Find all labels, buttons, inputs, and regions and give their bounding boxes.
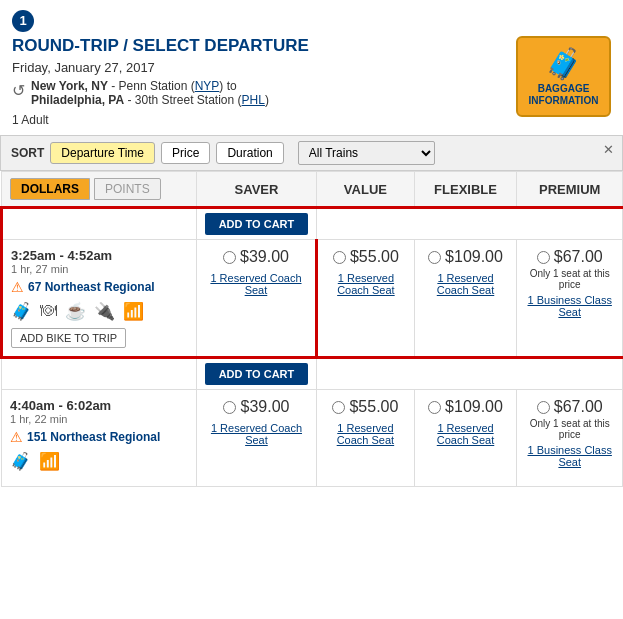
saver-price-1: $39.00 [240,248,289,266]
flexible-seat-link-1[interactable]: 1 Reserved Coach Seat [423,272,509,296]
trains-filter[interactable]: All Trains Acela Northeast Regional [298,141,435,165]
train-2-warning-icon: ⚠ [10,429,23,445]
premium-seat-link-1[interactable]: 1 Business Class Seat [525,294,614,318]
luggage-icon: 🧳 [11,301,32,322]
flexible-radio-1[interactable] [428,251,441,264]
premium-price-1: $67.00 [554,248,603,266]
train-2-time: 4:40am - 6:02am [10,398,188,413]
dest-code-link[interactable]: PHL [242,93,265,107]
food-icon: 🍽 [40,301,57,322]
value-radio-1[interactable] [333,251,346,264]
luggage-icon-2: 🧳 [10,451,31,472]
train-2-name-link[interactable]: 151 Northeast Regional [27,430,160,444]
close-filter-icon[interactable]: ✕ [603,142,614,157]
passenger-count: 1 Adult [12,113,309,127]
col-flexible: FLEXIBLE [414,172,517,208]
refresh-icon[interactable]: ↺ [12,81,25,100]
saver-seat-link-2[interactable]: 1 Reserved Coach Seat [205,422,309,446]
wifi-icon-2: 📶 [39,451,60,472]
flexible-price-2: $109.00 [445,398,503,416]
filter-bar: SORT Departure Time Price Duration All T… [0,135,623,171]
premium-note-2: Only 1 seat at this price [525,418,614,440]
value-seat-link-2[interactable]: 1 Reserved Coach Seat [325,422,405,446]
col-premium: PREMIUM [517,172,623,208]
points-btn[interactable]: POINTS [94,178,161,200]
table-row-train-1: 3:25am - 4:52am 1 hr, 27 min ⚠ 67 Northe… [2,240,623,358]
baggage-button[interactable]: 🧳 BAGGAGE INFORMATION [516,36,611,117]
route-destination: Philadelphia, PA - 30th Street Station (… [31,93,269,107]
saver-radio-1[interactable] [223,251,236,264]
table-row-train-2: 4:40am - 6:02am 1 hr, 22 min ⚠ 151 North… [2,390,623,487]
step-indicator: 1 [12,10,34,32]
train-1-duration: 1 hr, 27 min [11,263,188,275]
table-row-add-cart-1: ADD TO CART [2,208,623,240]
premium-seat-link-2[interactable]: 1 Business Class Seat [525,444,614,468]
add-to-cart-btn-2[interactable]: ADD TO CART [205,363,309,385]
add-to-cart-btn-1[interactable]: ADD TO CART [205,213,309,235]
value-price-2: $55.00 [349,398,398,416]
origin-code-link[interactable]: NYP [195,79,220,93]
duration-tab[interactable]: Duration [216,142,283,164]
add-bike-btn-1[interactable]: ADD BIKE TO TRIP [11,328,126,348]
train-1-time: 3:25am - 4:52am [11,248,188,263]
premium-radio-1[interactable] [537,251,550,264]
outlet-icon: 🔌 [94,301,115,322]
value-radio-2[interactable] [332,401,345,414]
baggage-icon: 🧳 [528,46,599,81]
train-1-amenities: 🧳 🍽 ☕ 🔌 📶 [11,301,188,322]
premium-price-2: $67.00 [554,398,603,416]
price-tab[interactable]: Price [161,142,210,164]
col-saver: SAVER [196,172,317,208]
flexible-price-1: $109.00 [445,248,503,266]
train-2-amenities: 🧳 📶 [10,451,188,472]
table-row-add-cart-2: ADD TO CART [2,358,623,390]
train-2-duration: 1 hr, 22 min [10,413,188,425]
premium-note-1: Only 1 seat at this price [525,268,614,290]
col-value: VALUE [317,172,414,208]
route-origin: New York, NY - Penn Station (NYP) to [31,79,269,93]
saver-price-2: $39.00 [240,398,289,416]
baggage-label: BAGGAGE INFORMATION [528,83,599,107]
trip-date: Friday, January 27, 2017 [12,60,309,75]
value-price-1: $55.00 [350,248,399,266]
wifi-icon: 📶 [123,301,144,322]
premium-radio-2[interactable] [537,401,550,414]
flexible-seat-link-2[interactable]: 1 Reserved Coach Seat [423,422,509,446]
saver-seat-link-1[interactable]: 1 Reserved Coach Seat [205,272,308,296]
saver-radio-2[interactable] [223,401,236,414]
train-1-warning-icon: ⚠ [11,279,24,295]
dollars-btn[interactable]: DOLLARS [10,178,90,200]
coffee-icon: ☕ [65,301,86,322]
value-seat-link-1[interactable]: 1 Reserved Coach Seat [326,272,405,296]
sort-label: SORT [11,146,44,160]
col-train: DOLLARS POINTS [2,172,197,208]
flexible-radio-2[interactable] [428,401,441,414]
page-title: ROUND-TRIP / SELECT DEPARTURE [12,36,309,56]
train-1-name-link[interactable]: 67 Northeast Regional [28,280,155,294]
departure-time-tab[interactable]: Departure Time [50,142,155,164]
